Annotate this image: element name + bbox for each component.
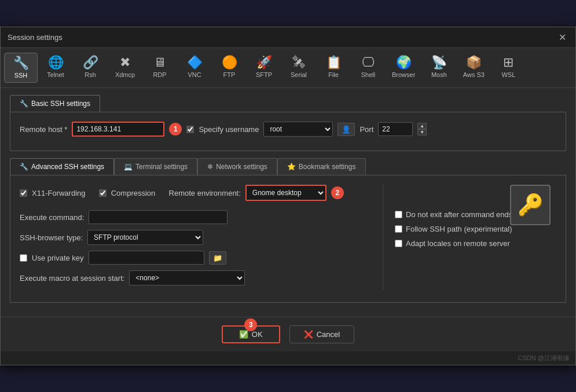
protocol-item-telnet[interactable]: 🌐 Telnet [39,53,72,83]
protocol-item-file[interactable]: 📋 File [317,53,350,83]
advanced-right-col: Do not exit after command ends Follow SS… [383,185,556,290]
protocol-item-ssh[interactable]: 🔧 SSH [4,53,38,83]
close-button[interactable]: ✕ [556,32,568,43]
advanced-settings-panel: X11-Forwarding Compression Remote enviro… [10,175,566,303]
tab-basic-ssh[interactable]: 🔧 Basic SSH settings [10,95,100,112]
x11-forwarding-checkbox[interactable] [20,189,27,197]
execute-macro-label: Execute macro at session start: [20,274,124,283]
port-label: Port [359,125,373,134]
protocol-label-xdmcp: Xdmcp [115,71,135,78]
protocol-label-telnet: Telnet [47,71,64,78]
basic-tab-label: Basic SSH settings [31,100,90,108]
do-not-exit-checkbox[interactable] [395,211,402,218]
terminal-tab-icon: 💻 [124,163,133,171]
protocol-item-shell[interactable]: 🖵 Shell [351,53,385,83]
bookmark-tab-icon: ⭐ [287,163,296,171]
execute-command-input[interactable] [89,210,228,224]
protocol-item-ftp[interactable]: 🟠 FTP [212,53,246,83]
compression-label: Compression [111,189,156,197]
tab-network[interactable]: ❄ Network settings [197,158,277,175]
advanced-content: X11-Forwarding Compression Remote enviro… [20,185,556,290]
port-input[interactable] [378,122,413,136]
protocol-label-aws-s3: Aws S3 [463,71,485,78]
use-private-key-label: Use private key [32,254,84,262]
remote-host-input[interactable] [72,122,164,137]
protocol-item-serial[interactable]: 🛰 Serial [282,53,315,83]
wsl-icon: ⊞ [503,56,513,69]
key-icon: 🔑 [518,193,544,217]
adapt-locales-checkbox[interactable] [395,240,402,247]
sftp-icon: 🚀 [256,56,272,69]
badge-1: 1 [169,123,182,135]
username-icon-btn[interactable]: 👤 [337,123,355,136]
protocol-item-aws-s3[interactable]: 📦 Aws S3 [457,53,490,83]
protocol-item-vnc[interactable]: 🔷 VNC [178,53,211,83]
port-up-btn[interactable]: ▲ [417,123,427,129]
protocol-item-xdmcp[interactable]: ✖ Xdmcp [108,53,142,83]
shell-icon: 🖵 [362,56,375,69]
compression-checkbox[interactable] [99,189,107,197]
window-title: Session settings [8,33,63,42]
aws-s3-icon: 📦 [466,56,482,69]
follow-ssh-path-checkbox[interactable] [395,225,402,233]
protocol-item-rsh[interactable]: 🔗 Rsh [74,53,107,83]
xdmcp-icon: ✖ [120,56,130,69]
basic-tab-icon: 🔧 [20,100,28,108]
protocol-label-browser: Browser [392,71,415,78]
tab-bookmark[interactable]: ⭐ Bookmark settings [277,158,366,175]
private-key-input[interactable] [89,251,204,265]
execute-command-label: Execute command: [20,213,84,222]
execute-macro-select[interactable]: <none> [129,270,245,285]
cancel-icon: ❌ [304,330,313,339]
tab-terminal[interactable]: 💻 Terminal settings [114,158,197,175]
serial-icon: 🛰 [292,56,305,69]
adapt-locales-label: Adapt locales on remote server [406,239,510,248]
ssh-browser-row: SSH-browser type: SFTP protocol SCP prot… [20,230,371,245]
advanced-tab-header: 🔧 Advanced SSH settings 💻 Terminal setti… [10,158,566,175]
private-key-browse-btn[interactable]: 📁 [209,251,226,265]
tab-advanced-ssh[interactable]: 🔧 Advanced SSH settings [10,158,114,175]
ok-label: OK [252,330,263,339]
advanced-tab-label: Advanced SSH settings [31,163,104,171]
basic-form-row: Remote host * 1 Specify username root 👤 … [20,122,556,137]
protocol-label-file: File [328,71,339,78]
protocol-label-rdp: RDP [153,71,166,78]
username-select[interactable]: root [263,122,333,137]
network-tab-label: Network settings [216,163,267,171]
port-down-btn[interactable]: ▼ [417,129,427,135]
protocol-item-wsl[interactable]: ⊞ WSL [491,53,525,83]
file-icon: 📋 [326,56,342,69]
x11-forwarding-label: X11-Forwarding [32,189,86,197]
badge-2: 2 [331,186,344,199]
protocol-item-mosh[interactable]: 📡 Mosh [422,53,456,83]
cancel-label: Cancel [317,330,340,339]
use-private-key-checkbox[interactable] [20,254,27,262]
watermark: CSDN @江湖有缘 [1,351,575,365]
network-tab-icon: ❄ [207,163,213,171]
protocol-bar: 🔧 SSH 🌐 Telnet 🔗 Rsh ✖ Xdmcp 🖥 RDP 🔷 VNC… [1,48,575,88]
port-spinner: ▲ ▼ [417,123,427,135]
protocol-label-mosh: Mosh [431,71,447,78]
protocol-label-wsl: WSL [501,71,515,78]
watermark-text: CSDN @江湖有缘 [518,354,570,361]
remote-env-label: Remote environment: [169,189,241,197]
execute-macro-row: Execute macro at session start: <none> [20,270,371,285]
remote-host-label: Remote host * [20,125,67,134]
ok-btn-container: 3 ✅ OK [222,325,280,343]
protocol-item-rdp[interactable]: 🖥 RDP [143,53,177,83]
advanced-left-col: X11-Forwarding Compression Remote enviro… [20,185,383,290]
ssh-browser-select[interactable]: SFTP protocol SCP protocol None [87,230,203,245]
protocol-label-sftp: SFTP [256,71,272,78]
advanced-tab-icon: 🔧 [20,163,28,171]
button-row: 3 ✅ OK ❌ Cancel [1,317,575,351]
protocol-label-shell: Shell [361,71,375,78]
protocol-item-sftp[interactable]: 🚀 SFTP [247,53,281,83]
cancel-button[interactable]: ❌ Cancel [289,325,354,343]
specify-username-checkbox[interactable] [186,126,194,133]
basic-tab-header: 🔧 Basic SSH settings [10,95,566,112]
terminal-tab-label: Terminal settings [135,163,188,171]
protocol-item-browser[interactable]: 🌍 Browser [386,53,421,83]
protocol-label-ssh: SSH [14,72,28,79]
session-settings-window: Session settings ✕ 🔧 SSH 🌐 Telnet 🔗 Rsh … [0,27,576,365]
remote-env-select[interactable]: Gnome desktop KDE desktop XFCE desktop N… [245,185,326,201]
